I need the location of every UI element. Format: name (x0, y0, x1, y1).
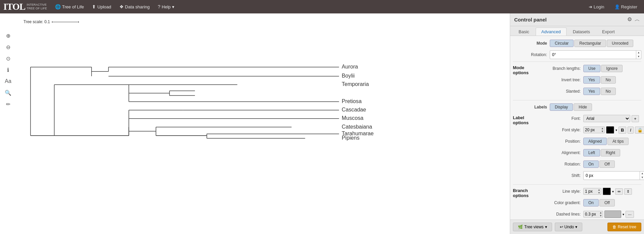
rotation-off-button[interactable]: Off (599, 160, 615, 168)
rotation-on-button[interactable]: On (583, 160, 599, 168)
position-aligned-button[interactable]: Aligned (583, 138, 607, 145)
align-right-button[interactable]: Right (601, 149, 620, 156)
rotation-spinner[interactable]: ▲ ▼ (550, 50, 641, 59)
branch-ignore-button[interactable]: Ignore (601, 65, 623, 72)
tree-icon: 🌐 (55, 4, 61, 9)
shift-down-arrow[interactable]: ▼ (640, 176, 644, 180)
line-style-spinner[interactable]: ▲ ▼ (583, 188, 601, 195)
separator-3 (513, 184, 641, 185)
tab-advanced[interactable]: Advanced (536, 28, 567, 36)
dashed-lines-up[interactable]: ▲ (599, 211, 603, 214)
nav-register[interactable]: 👤 Register (611, 3, 641, 11)
rotation-up-arrow[interactable]: ▲ (636, 51, 641, 55)
rotation-label: Rotation: (513, 52, 550, 57)
line-color-arrow-icon[interactable]: ▾ (612, 190, 614, 193)
tab-datasets[interactable]: Datasets (567, 28, 596, 36)
shift-spinner[interactable]: ▲ ▼ (583, 171, 644, 180)
italic-button[interactable]: I (628, 127, 634, 134)
nav-register-label: Register (621, 4, 637, 9)
font-size-arrows: ▲ ▼ (600, 127, 604, 133)
mode-circular-button[interactable]: Circular (550, 40, 574, 47)
svg-text:Aurora: Aurora (342, 63, 358, 69)
font-select[interactable]: Arial (583, 115, 630, 122)
minimize-icon[interactable]: ︿ (635, 16, 640, 23)
line-style-input[interactable] (584, 188, 597, 194)
branch-use-button[interactable]: Use (583, 65, 600, 72)
cp-tabs: Basic Advanced Datasets Export (510, 26, 644, 36)
color-arrow-icon[interactable]: ▾ (615, 128, 617, 132)
nav-help[interactable]: ? Help ▾ (154, 3, 178, 11)
dashed-lines-spinner[interactable]: ▲ ▼ (583, 211, 603, 218)
rotation-down-arrow[interactable]: ▼ (636, 55, 641, 59)
undo-arrow: ▾ (575, 225, 577, 229)
tree-views-button[interactable]: 🌿 Tree views ▾ (513, 223, 552, 231)
line-style-down[interactable]: ▼ (597, 191, 601, 194)
tree-views-label: Tree views (524, 225, 544, 229)
cp-body: Mode Circular Rectangular Unrooted Rotat… (510, 36, 644, 220)
dashed-color-swatch[interactable] (604, 210, 621, 218)
font-size-down[interactable]: ▼ (600, 130, 604, 133)
font-content: Arial + (583, 115, 644, 122)
mode-unrooted-button[interactable]: Unrooted (607, 40, 633, 47)
labels-hide-button[interactable]: Hide (574, 103, 592, 111)
tab-export[interactable]: Export (596, 28, 621, 36)
alignment-row: Alignment: Left Right (546, 148, 644, 157)
slanted-yes-button[interactable]: Yes (583, 88, 600, 95)
shift-input[interactable] (584, 173, 640, 179)
font-size-input[interactable] (584, 127, 600, 133)
reset-tree-button[interactable]: 🗑 Reset tree (607, 223, 641, 231)
branch-options-section: Branch options Line style: ▲ ▼ (513, 187, 641, 220)
font-size-up[interactable]: ▲ (600, 127, 604, 130)
dashed-lines-down[interactable]: ▼ (599, 214, 603, 217)
help-icon: ? (158, 4, 160, 9)
branch-lengths-toggle: Use Ignore (583, 65, 623, 72)
mode-rectangular-button[interactable]: Rectangular (574, 40, 606, 47)
position-content: Aligned At tips (583, 138, 644, 145)
lock-button[interactable]: 🔒 (635, 127, 644, 134)
gradient-off-button[interactable]: Off (599, 199, 615, 206)
svg-text:Muscosa: Muscosa (342, 115, 364, 121)
label-rotation-label: Rotation: (546, 162, 583, 167)
svg-text:Pretiosa: Pretiosa (342, 98, 362, 104)
logo-text: ITOL (3, 1, 25, 12)
shift-row: Shift: ▲ ▼ (546, 171, 644, 180)
nav-data-sharing[interactable]: ❖ Data sharing (116, 3, 153, 11)
position-at-tips-button[interactable]: At tips (607, 138, 629, 145)
line-expand-button[interactable]: ⇔ (615, 188, 623, 195)
font-row: Font: Arial + (546, 114, 644, 123)
nav-login[interactable]: ➜ Login (585, 3, 608, 11)
add-font-button[interactable]: + (632, 115, 639, 122)
branch-lengths-row: Branch lengths: Use Ignore (546, 64, 641, 73)
dashed-lines-input[interactable] (584, 211, 599, 217)
bold-button[interactable]: B (619, 127, 626, 134)
font-color-swatch[interactable] (606, 126, 614, 134)
branch-lengths-label: Branch lengths: (546, 66, 583, 71)
line-color-swatch[interactable] (603, 188, 611, 195)
alignment-toggle: Left Right (583, 149, 620, 156)
font-size-spinner[interactable]: ▲ ▼ (583, 127, 605, 133)
dashed-color-arrow-icon[interactable]: ▾ (623, 213, 624, 216)
dashed-more-button[interactable]: ··· (626, 211, 634, 218)
invert-yes-button[interactable]: Yes (583, 76, 600, 84)
shift-up-arrow[interactable]: ▲ (640, 172, 644, 176)
undo-button[interactable]: ↩ Undo ▾ (555, 223, 583, 231)
labels-display-button[interactable]: Display (550, 103, 573, 111)
rotation-input[interactable] (550, 52, 636, 58)
nav-tree-of-life[interactable]: 🌐 Tree of Life (52, 3, 87, 11)
nav-upload[interactable]: ⬆ Upload (89, 3, 114, 11)
slanted-no-button[interactable]: No (601, 88, 616, 95)
line-collapse-button[interactable]: ⇕ (624, 188, 632, 195)
align-left-button[interactable]: Left (583, 149, 600, 156)
separator-1 (513, 61, 641, 62)
mode-text: Mode (537, 41, 547, 46)
invert-no-button[interactable]: No (601, 76, 616, 84)
gradient-on-button[interactable]: On (583, 199, 599, 206)
branch-options-content: Line style: ▲ ▼ ▾ ⇔ (546, 187, 641, 220)
register-icon: 👤 (614, 4, 620, 9)
tab-basic[interactable]: Basic (513, 28, 535, 36)
line-style-up[interactable]: ▲ (597, 188, 601, 191)
settings-icon[interactable]: ⚙ (627, 16, 632, 23)
tree-views-arrow: ▾ (545, 225, 547, 229)
undo-icon: ↩ (560, 225, 563, 229)
invert-toggle: Yes No (583, 76, 616, 84)
